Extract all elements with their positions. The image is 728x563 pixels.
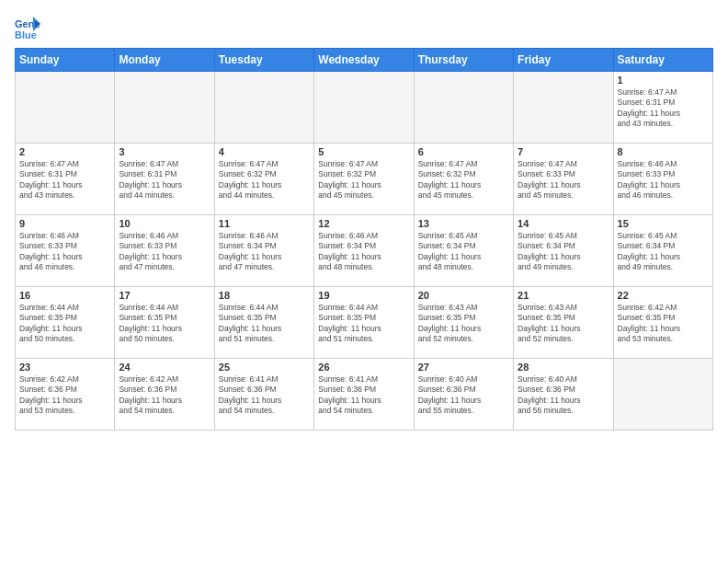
day-number: 4 <box>219 146 310 157</box>
day-info: Sunrise: 6:45 AM Sunset: 6:34 PM Dayligh… <box>418 231 509 273</box>
day-info: Sunrise: 6:45 AM Sunset: 6:34 PM Dayligh… <box>618 231 709 273</box>
calendar-cell: 1Sunrise: 6:47 AM Sunset: 6:31 PM Daylig… <box>613 72 712 144</box>
day-info: Sunrise: 6:41 AM Sunset: 6:36 PM Dayligh… <box>318 374 409 417</box>
day-number: 1 <box>618 75 709 86</box>
day-number: 20 <box>418 290 509 301</box>
day-info: Sunrise: 6:44 AM Sunset: 6:35 PM Dayligh… <box>19 303 110 345</box>
weekday-header: Saturday <box>613 49 712 72</box>
day-number: 24 <box>119 362 210 373</box>
day-info: Sunrise: 6:47 AM Sunset: 6:31 PM Dayligh… <box>19 159 110 201</box>
day-info: Sunrise: 6:47 AM Sunset: 6:31 PM Dayligh… <box>119 159 210 201</box>
calendar-cell: 11Sunrise: 6:46 AM Sunset: 6:34 PM Dayli… <box>214 215 313 287</box>
day-info: Sunrise: 6:40 AM Sunset: 6:36 PM Dayligh… <box>518 374 609 417</box>
day-info: Sunrise: 6:46 AM Sunset: 6:34 PM Dayligh… <box>318 231 409 273</box>
calendar-cell: 28Sunrise: 6:40 AM Sunset: 6:36 PM Dayli… <box>514 359 613 431</box>
calendar-cell: 5Sunrise: 6:47 AM Sunset: 6:32 PM Daylig… <box>314 144 414 215</box>
weekday-header: Sunday <box>16 49 115 72</box>
day-info: Sunrise: 6:43 AM Sunset: 6:35 PM Dayligh… <box>518 303 609 345</box>
weekday-header: Thursday <box>414 49 513 72</box>
calendar-cell <box>613 359 712 431</box>
day-info: Sunrise: 6:46 AM Sunset: 6:33 PM Dayligh… <box>618 159 709 201</box>
day-info: Sunrise: 6:46 AM Sunset: 6:33 PM Dayligh… <box>19 231 110 273</box>
calendar-cell: 19Sunrise: 6:44 AM Sunset: 6:35 PM Dayli… <box>314 287 414 359</box>
calendar-cell <box>414 72 513 144</box>
calendar-cell: 12Sunrise: 6:46 AM Sunset: 6:34 PM Dayli… <box>314 215 414 287</box>
calendar-cell <box>115 72 214 144</box>
day-info: Sunrise: 6:47 AM Sunset: 6:32 PM Dayligh… <box>318 159 409 201</box>
day-info: Sunrise: 6:47 AM Sunset: 6:32 PM Dayligh… <box>418 159 509 201</box>
day-number: 10 <box>119 218 210 229</box>
calendar-cell: 20Sunrise: 6:43 AM Sunset: 6:35 PM Dayli… <box>414 287 513 359</box>
calendar-cell: 24Sunrise: 6:42 AM Sunset: 6:36 PM Dayli… <box>115 359 214 431</box>
calendar-cell: 14Sunrise: 6:45 AM Sunset: 6:34 PM Dayli… <box>514 215 613 287</box>
calendar-cell: 6Sunrise: 6:47 AM Sunset: 6:32 PM Daylig… <box>414 144 513 215</box>
calendar-cell: 2Sunrise: 6:47 AM Sunset: 6:31 PM Daylig… <box>16 144 115 215</box>
day-number: 11 <box>219 218 310 229</box>
day-number: 7 <box>518 146 609 157</box>
day-number: 26 <box>318 362 409 373</box>
calendar-cell <box>314 72 414 144</box>
logo: General Blue <box>15 15 713 40</box>
day-number: 17 <box>119 290 210 301</box>
calendar-week-row: 23Sunrise: 6:42 AM Sunset: 6:36 PM Dayli… <box>16 359 713 431</box>
weekday-header: Friday <box>514 49 613 72</box>
calendar-cell: 25Sunrise: 6:41 AM Sunset: 6:36 PM Dayli… <box>214 359 313 431</box>
calendar-cell <box>214 72 313 144</box>
calendar-cell: 15Sunrise: 6:45 AM Sunset: 6:34 PM Dayli… <box>613 215 712 287</box>
calendar-cell: 18Sunrise: 6:44 AM Sunset: 6:35 PM Dayli… <box>214 287 313 359</box>
day-number: 22 <box>618 290 709 301</box>
day-number: 13 <box>418 218 509 229</box>
day-number: 15 <box>618 218 709 229</box>
calendar-week-row: 9Sunrise: 6:46 AM Sunset: 6:33 PM Daylig… <box>16 215 713 287</box>
day-number: 23 <box>19 362 110 373</box>
day-number: 9 <box>19 218 110 229</box>
day-number: 21 <box>518 290 609 301</box>
calendar-cell: 22Sunrise: 6:42 AM Sunset: 6:35 PM Dayli… <box>613 287 712 359</box>
weekday-header: Monday <box>115 49 214 72</box>
calendar-cell: 16Sunrise: 6:44 AM Sunset: 6:35 PM Dayli… <box>16 287 115 359</box>
day-info: Sunrise: 6:47 AM Sunset: 6:31 PM Dayligh… <box>618 87 709 130</box>
weekday-header: Tuesday <box>214 49 313 72</box>
day-info: Sunrise: 6:47 AM Sunset: 6:32 PM Dayligh… <box>219 159 310 201</box>
calendar-cell: 8Sunrise: 6:46 AM Sunset: 6:33 PM Daylig… <box>613 144 712 215</box>
day-info: Sunrise: 6:44 AM Sunset: 6:35 PM Dayligh… <box>219 303 310 345</box>
calendar-cell: 4Sunrise: 6:47 AM Sunset: 6:32 PM Daylig… <box>214 144 313 215</box>
day-number: 8 <box>618 146 709 157</box>
day-number: 18 <box>219 290 310 301</box>
day-number: 6 <box>418 146 509 157</box>
day-info: Sunrise: 6:42 AM Sunset: 6:36 PM Dayligh… <box>19 374 110 417</box>
day-info: Sunrise: 6:42 AM Sunset: 6:35 PM Dayligh… <box>618 303 709 345</box>
day-number: 2 <box>19 146 110 157</box>
day-info: Sunrise: 6:44 AM Sunset: 6:35 PM Dayligh… <box>119 303 210 345</box>
day-info: Sunrise: 6:46 AM Sunset: 6:34 PM Dayligh… <box>219 231 310 273</box>
day-info: Sunrise: 6:41 AM Sunset: 6:36 PM Dayligh… <box>219 374 310 417</box>
day-number: 14 <box>518 218 609 229</box>
calendar-cell: 13Sunrise: 6:45 AM Sunset: 6:34 PM Dayli… <box>414 215 513 287</box>
day-number: 16 <box>19 290 110 301</box>
calendar-cell: 3Sunrise: 6:47 AM Sunset: 6:31 PM Daylig… <box>115 144 214 215</box>
day-number: 25 <box>219 362 310 373</box>
calendar-cell: 9Sunrise: 6:46 AM Sunset: 6:33 PM Daylig… <box>16 215 115 287</box>
day-number: 3 <box>119 146 210 157</box>
calendar-cell: 7Sunrise: 6:47 AM Sunset: 6:33 PM Daylig… <box>514 144 613 215</box>
calendar-cell <box>16 72 115 144</box>
page-container: General Blue SundayMondayTuesdayWednesda… <box>0 0 728 563</box>
day-number: 19 <box>318 290 409 301</box>
day-info: Sunrise: 6:43 AM Sunset: 6:35 PM Dayligh… <box>418 303 509 345</box>
day-number: 28 <box>518 362 609 373</box>
day-info: Sunrise: 6:46 AM Sunset: 6:33 PM Dayligh… <box>119 231 210 273</box>
logo-icon: General Blue <box>15 15 40 40</box>
svg-text:Blue: Blue <box>15 29 37 40</box>
day-number: 5 <box>318 146 409 157</box>
calendar-cell: 21Sunrise: 6:43 AM Sunset: 6:35 PM Dayli… <box>514 287 613 359</box>
calendar-week-row: 2Sunrise: 6:47 AM Sunset: 6:31 PM Daylig… <box>16 144 713 215</box>
calendar-cell: 27Sunrise: 6:40 AM Sunset: 6:36 PM Dayli… <box>414 359 513 431</box>
calendar-week-row: 16Sunrise: 6:44 AM Sunset: 6:35 PM Dayli… <box>16 287 713 359</box>
day-number: 12 <box>318 218 409 229</box>
day-info: Sunrise: 6:42 AM Sunset: 6:36 PM Dayligh… <box>119 374 210 417</box>
weekday-header: Wednesday <box>314 49 414 72</box>
day-number: 27 <box>418 362 509 373</box>
calendar-week-row: 1Sunrise: 6:47 AM Sunset: 6:31 PM Daylig… <box>16 72 713 144</box>
day-info: Sunrise: 6:44 AM Sunset: 6:35 PM Dayligh… <box>318 303 409 345</box>
calendar-cell: 26Sunrise: 6:41 AM Sunset: 6:36 PM Dayli… <box>314 359 414 431</box>
